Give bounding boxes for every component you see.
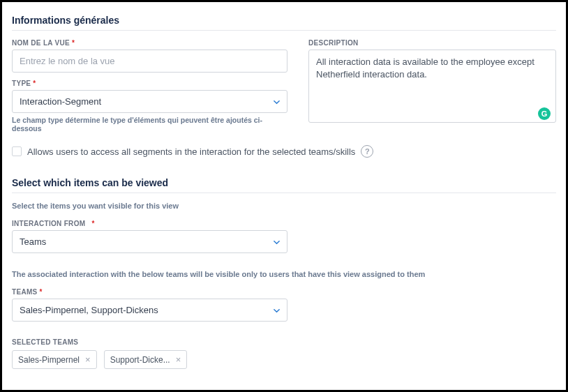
description-textarea[interactable] — [308, 50, 556, 123]
type-hint: Le champ type détermine le type d'élémen… — [12, 116, 287, 133]
label-selected-teams: SELECTED TEAMS — [12, 338, 556, 346]
view-name-input[interactable] — [12, 50, 287, 73]
label-view-name: NOM DE LA VUE* — [12, 39, 287, 47]
label-description: DESCRIPTION — [308, 39, 556, 47]
close-icon[interactable]: × — [85, 354, 91, 365]
label-interaction-from: INTERACTION FROM * — [12, 220, 287, 227]
help-icon[interactable]: ? — [361, 145, 373, 158]
viewable-hint: Select the items you want visible for th… — [12, 202, 556, 210]
chip-label: Support-Dicke... — [110, 355, 170, 365]
section-title-general: Informations générales — [12, 9, 556, 31]
label-teams: TEAMS* — [12, 288, 287, 296]
teams-select[interactable]: Sales-Pimpernel, Support-Dickens — [12, 299, 287, 322]
section-title-viewable: Select which items can be viewed — [12, 172, 556, 193]
selected-team-chip: Sales-Pimpernel × — [12, 350, 97, 369]
access-all-segments-checkbox[interactable] — [12, 146, 22, 156]
access-all-segments-label: Allows users to access all segments in t… — [27, 146, 355, 157]
interaction-from-value: Teams — [20, 236, 46, 247]
chevron-down-icon — [273, 307, 280, 314]
chevron-down-icon — [273, 98, 280, 105]
chip-label: Sales-Pimpernel — [18, 355, 80, 365]
type-select[interactable]: Interaction-Segment — [12, 90, 287, 113]
interaction-from-select[interactable]: Teams — [12, 230, 287, 253]
selected-team-chip: Support-Dicke... × — [104, 350, 188, 369]
chevron-down-icon — [273, 239, 280, 246]
association-hint: The associated interaction with the belo… — [12, 270, 556, 278]
teams-select-value: Sales-Pimpernel, Support-Dickens — [20, 305, 158, 315]
grammarly-icon[interactable]: G — [538, 107, 551, 120]
close-icon[interactable]: × — [176, 354, 181, 365]
type-select-value: Interaction-Segment — [20, 96, 101, 107]
label-type: TYPE* — [12, 80, 287, 87]
